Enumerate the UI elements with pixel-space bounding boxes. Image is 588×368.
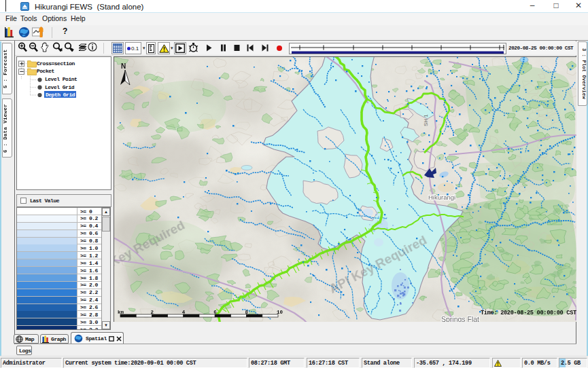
svg-text:SH 1: SH 1	[423, 114, 429, 126]
svg-text:Hikurangi: Hikurangi	[428, 194, 455, 201]
svg-text:Springs Flat: Springs Flat	[441, 315, 479, 322]
svg-text:N: N	[121, 62, 126, 70]
svg-text:Time: 2020-08-25 00:00:00 CST: Time: 2020-08-25 00:00:00 CST	[481, 310, 576, 316]
